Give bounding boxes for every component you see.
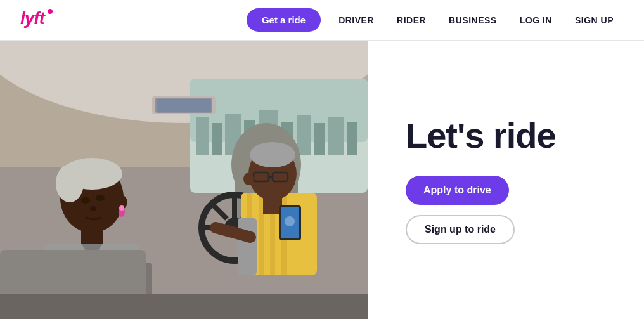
nav-signup-link[interactable]: SIGN UP bbox=[565, 10, 624, 30]
apply-to-drive-button[interactable]: Apply to drive bbox=[406, 176, 509, 205]
svg-rect-31 bbox=[259, 193, 264, 275]
logo-area: lyft bbox=[20, 8, 53, 32]
svg-point-52 bbox=[81, 197, 90, 204]
svg-rect-8 bbox=[212, 123, 222, 155]
site-header: lyft Get a ride DRIVER RIDER BUSINESS LO… bbox=[0, 0, 644, 41]
svg-point-40 bbox=[243, 173, 254, 185]
svg-rect-14 bbox=[314, 123, 325, 155]
get-a-ride-button[interactable]: Get a ride bbox=[247, 8, 321, 32]
svg-rect-59 bbox=[0, 294, 368, 319]
lyft-logo-svg: lyft bbox=[20, 8, 53, 28]
svg-rect-16 bbox=[347, 122, 357, 155]
nav-rider-link[interactable]: RIDER bbox=[387, 10, 436, 30]
hero-image-container bbox=[0, 41, 368, 319]
hero-image bbox=[0, 41, 368, 319]
svg-point-54 bbox=[90, 206, 96, 211]
lyft-logo: lyft bbox=[20, 8, 53, 32]
svg-rect-7 bbox=[196, 117, 209, 155]
hero-buttons: Apply to drive Sign up to ride bbox=[406, 176, 606, 244]
nav-driver-link[interactable]: DRIVER bbox=[328, 10, 384, 30]
svg-rect-34 bbox=[238, 218, 257, 275]
hero-content: Let's ride Apply to drive Sign up to rid… bbox=[368, 41, 644, 319]
nav-business-link[interactable]: BUSINESS bbox=[439, 10, 507, 30]
svg-point-51 bbox=[119, 205, 124, 211]
svg-point-36 bbox=[250, 142, 295, 167]
svg-rect-19 bbox=[157, 99, 211, 112]
svg-point-48 bbox=[56, 164, 84, 202]
svg-point-1 bbox=[48, 9, 53, 14]
main-content: Let's ride Apply to drive Sign up to rid… bbox=[0, 41, 644, 319]
hero-title: Let's ride bbox=[406, 116, 606, 155]
nav-login-link[interactable]: LOG IN bbox=[510, 10, 562, 30]
svg-rect-15 bbox=[328, 117, 344, 155]
sign-up-to-ride-button[interactable]: Sign up to ride bbox=[406, 215, 515, 244]
svg-point-53 bbox=[96, 195, 105, 201]
svg-text:lyft: lyft bbox=[20, 8, 46, 28]
svg-rect-13 bbox=[297, 115, 311, 155]
main-nav: Get a ride DRIVER RIDER BUSINESS LOG IN … bbox=[247, 8, 624, 32]
svg-point-45 bbox=[285, 216, 295, 226]
